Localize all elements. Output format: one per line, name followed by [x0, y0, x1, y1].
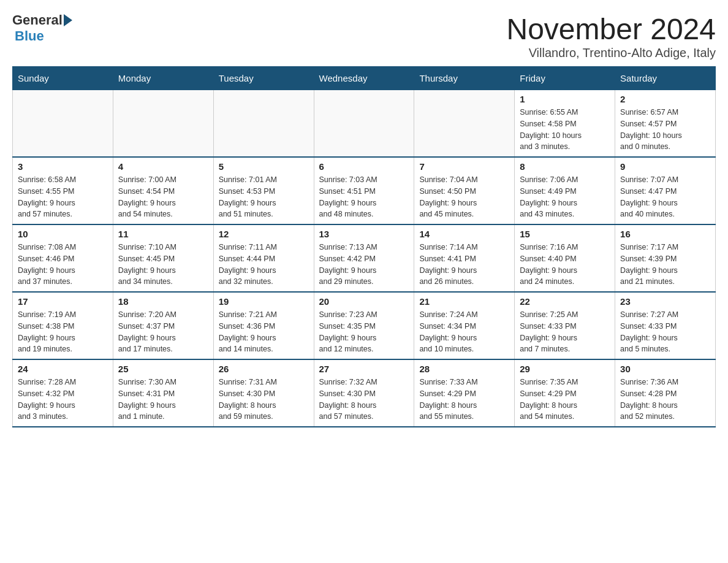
day-number: 2 [620, 94, 710, 104]
logo-blue-text: Blue [15, 28, 44, 44]
weekday-header-tuesday: Tuesday [213, 67, 314, 90]
day-number: 7 [419, 161, 509, 172]
logo: General Blue [12, 12, 72, 44]
calendar-week-4: 17Sunrise: 7:19 AMSunset: 4:38 PMDayligh… [13, 292, 716, 359]
calendar-cell: 17Sunrise: 7:19 AMSunset: 4:38 PMDayligh… [13, 292, 113, 359]
calendar-table: SundayMondayTuesdayWednesdayThursdayFrid… [12, 66, 716, 427]
day-info: Sunrise: 7:31 AMSunset: 4:30 PMDaylight:… [219, 377, 309, 423]
day-info: Sunrise: 7:07 AMSunset: 4:47 PMDaylight:… [620, 174, 710, 220]
calendar-cell: 13Sunrise: 7:13 AMSunset: 4:42 PMDayligh… [314, 224, 414, 292]
calendar-cell: 23Sunrise: 7:27 AMSunset: 4:33 PMDayligh… [615, 292, 716, 359]
calendar-cell: 30Sunrise: 7:36 AMSunset: 4:28 PMDayligh… [615, 359, 716, 427]
day-info: Sunrise: 7:13 AMSunset: 4:42 PMDaylight:… [319, 242, 409, 288]
day-info: Sunrise: 7:20 AMSunset: 4:37 PMDaylight:… [118, 309, 208, 355]
calendar-week-3: 10Sunrise: 7:08 AMSunset: 4:46 PMDayligh… [13, 224, 716, 292]
calendar-cell: 10Sunrise: 7:08 AMSunset: 4:46 PMDayligh… [13, 224, 113, 292]
day-info: Sunrise: 7:08 AMSunset: 4:46 PMDaylight:… [18, 242, 108, 288]
day-info: Sunrise: 7:28 AMSunset: 4:32 PMDaylight:… [18, 377, 108, 423]
day-number: 1 [520, 94, 610, 104]
day-number: 13 [319, 229, 409, 239]
day-number: 28 [419, 364, 509, 374]
day-number: 18 [118, 296, 208, 307]
day-info: Sunrise: 7:27 AMSunset: 4:33 PMDaylight:… [620, 309, 710, 355]
calendar-cell: 14Sunrise: 7:14 AMSunset: 4:41 PMDayligh… [414, 224, 515, 292]
weekday-header-thursday: Thursday [414, 67, 515, 90]
calendar-cell: 21Sunrise: 7:24 AMSunset: 4:34 PMDayligh… [414, 292, 515, 359]
day-number: 9 [620, 161, 710, 172]
day-number: 21 [419, 296, 509, 307]
calendar-header: SundayMondayTuesdayWednesdayThursdayFrid… [13, 67, 716, 90]
day-number: 8 [520, 161, 610, 172]
calendar-week-1: 1Sunrise: 6:55 AMSunset: 4:58 PMDaylight… [13, 90, 716, 158]
calendar-cell: 25Sunrise: 7:30 AMSunset: 4:31 PMDayligh… [113, 359, 213, 427]
day-info: Sunrise: 7:16 AMSunset: 4:40 PMDaylight:… [520, 242, 610, 288]
calendar-cell [414, 90, 515, 158]
month-title: November 2024 [506, 12, 716, 46]
weekday-header-saturday: Saturday [615, 67, 716, 90]
calendar-cell: 2Sunrise: 6:57 AMSunset: 4:57 PMDaylight… [615, 90, 716, 158]
day-number: 11 [118, 229, 208, 239]
calendar-cell: 3Sunrise: 6:58 AMSunset: 4:55 PMDaylight… [13, 157, 113, 224]
day-info: Sunrise: 7:30 AMSunset: 4:31 PMDaylight:… [118, 377, 208, 423]
calendar-cell: 6Sunrise: 7:03 AMSunset: 4:51 PMDaylight… [314, 157, 414, 224]
day-number: 17 [18, 296, 108, 307]
calendar-cell: 27Sunrise: 7:32 AMSunset: 4:30 PMDayligh… [314, 359, 414, 427]
day-info: Sunrise: 7:35 AMSunset: 4:29 PMDaylight:… [520, 377, 610, 423]
day-info: Sunrise: 7:36 AMSunset: 4:28 PMDaylight:… [620, 377, 710, 423]
day-number: 12 [219, 229, 309, 239]
day-number: 29 [520, 364, 610, 374]
day-info: Sunrise: 7:24 AMSunset: 4:34 PMDaylight:… [419, 309, 509, 355]
day-number: 22 [520, 296, 610, 307]
calendar-cell: 5Sunrise: 7:01 AMSunset: 4:53 PMDaylight… [213, 157, 314, 224]
calendar-cell [314, 90, 414, 158]
calendar-cell: 4Sunrise: 7:00 AMSunset: 4:54 PMDaylight… [113, 157, 213, 224]
day-info: Sunrise: 7:11 AMSunset: 4:44 PMDaylight:… [219, 242, 309, 288]
calendar-cell: 9Sunrise: 7:07 AMSunset: 4:47 PMDaylight… [615, 157, 716, 224]
page-header: General Blue November 2024 Villandro, Tr… [12, 12, 716, 60]
day-number: 14 [419, 229, 509, 239]
day-info: Sunrise: 7:23 AMSunset: 4:35 PMDaylight:… [319, 309, 409, 355]
location-subtitle: Villandro, Trentino-Alto Adige, Italy [506, 46, 716, 60]
day-info: Sunrise: 7:19 AMSunset: 4:38 PMDaylight:… [18, 309, 108, 355]
calendar-cell: 15Sunrise: 7:16 AMSunset: 4:40 PMDayligh… [515, 224, 615, 292]
day-number: 25 [118, 364, 208, 374]
day-info: Sunrise: 7:33 AMSunset: 4:29 PMDaylight:… [419, 377, 509, 423]
calendar-week-5: 24Sunrise: 7:28 AMSunset: 4:32 PMDayligh… [13, 359, 716, 427]
calendar-cell: 1Sunrise: 6:55 AMSunset: 4:58 PMDaylight… [515, 90, 615, 158]
calendar-cell [13, 90, 113, 158]
calendar-cell: 7Sunrise: 7:04 AMSunset: 4:50 PMDaylight… [414, 157, 515, 224]
day-info: Sunrise: 6:55 AMSunset: 4:58 PMDaylight:… [520, 107, 610, 153]
day-number: 26 [219, 364, 309, 374]
day-number: 23 [620, 296, 710, 307]
calendar-cell: 24Sunrise: 7:28 AMSunset: 4:32 PMDayligh… [13, 359, 113, 427]
calendar-week-2: 3Sunrise: 6:58 AMSunset: 4:55 PMDaylight… [13, 157, 716, 224]
calendar-cell: 22Sunrise: 7:25 AMSunset: 4:33 PMDayligh… [515, 292, 615, 359]
day-number: 3 [18, 161, 108, 172]
day-info: Sunrise: 6:57 AMSunset: 4:57 PMDaylight:… [620, 107, 710, 153]
title-block: November 2024 Villandro, Trentino-Alto A… [506, 12, 716, 60]
weekday-header-wednesday: Wednesday [314, 67, 414, 90]
calendar-cell: 29Sunrise: 7:35 AMSunset: 4:29 PMDayligh… [515, 359, 615, 427]
weekday-header-row: SundayMondayTuesdayWednesdayThursdayFrid… [13, 67, 716, 90]
day-info: Sunrise: 7:03 AMSunset: 4:51 PMDaylight:… [319, 174, 409, 220]
day-info: Sunrise: 7:17 AMSunset: 4:39 PMDaylight:… [620, 242, 710, 288]
day-info: Sunrise: 6:58 AMSunset: 4:55 PMDaylight:… [18, 174, 108, 220]
day-info: Sunrise: 7:04 AMSunset: 4:50 PMDaylight:… [419, 174, 509, 220]
day-info: Sunrise: 7:21 AMSunset: 4:36 PMDaylight:… [219, 309, 309, 355]
calendar-cell [213, 90, 314, 158]
day-number: 30 [620, 364, 710, 374]
calendar-cell [113, 90, 213, 158]
day-info: Sunrise: 7:01 AMSunset: 4:53 PMDaylight:… [219, 174, 309, 220]
calendar-cell: 20Sunrise: 7:23 AMSunset: 4:35 PMDayligh… [314, 292, 414, 359]
calendar-cell: 12Sunrise: 7:11 AMSunset: 4:44 PMDayligh… [213, 224, 314, 292]
day-number: 6 [319, 161, 409, 172]
calendar-cell: 16Sunrise: 7:17 AMSunset: 4:39 PMDayligh… [615, 224, 716, 292]
weekday-header-sunday: Sunday [13, 67, 113, 90]
calendar-body: 1Sunrise: 6:55 AMSunset: 4:58 PMDaylight… [13, 90, 716, 427]
day-number: 24 [18, 364, 108, 374]
day-info: Sunrise: 7:25 AMSunset: 4:33 PMDaylight:… [520, 309, 610, 355]
weekday-header-friday: Friday [515, 67, 615, 90]
day-number: 5 [219, 161, 309, 172]
weekday-header-monday: Monday [113, 67, 213, 90]
day-number: 20 [319, 296, 409, 307]
